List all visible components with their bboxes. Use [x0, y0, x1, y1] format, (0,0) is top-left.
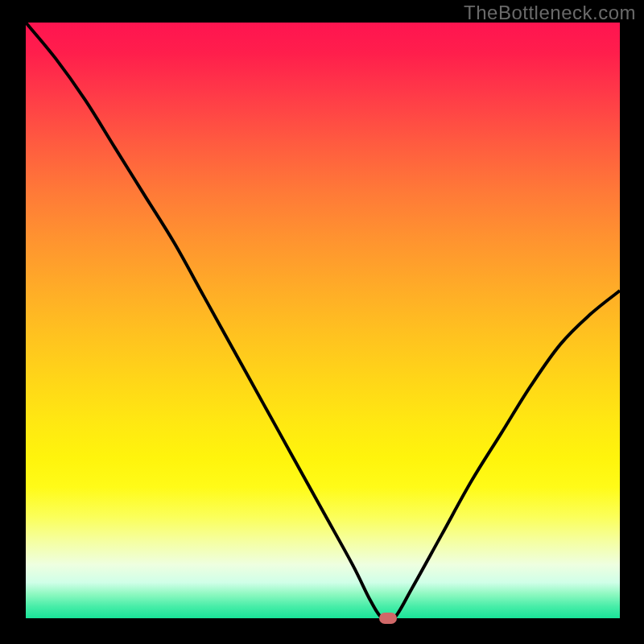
- optimal-marker: [379, 613, 397, 624]
- bottleneck-curve: [26, 23, 620, 618]
- chart-container: TheBottleneck.com: [0, 0, 644, 644]
- plot-area: [26, 23, 620, 618]
- curve-layer: [26, 23, 620, 618]
- watermark: TheBottleneck.com: [464, 2, 636, 24]
